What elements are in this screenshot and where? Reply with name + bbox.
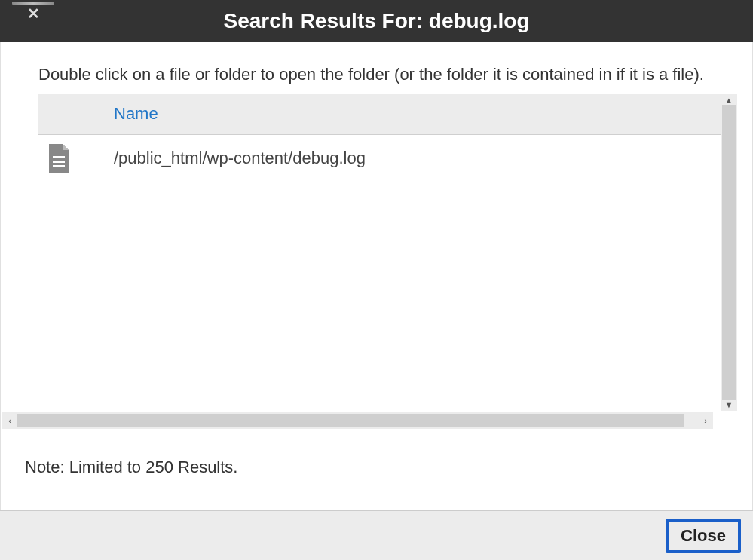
table-header-row: Name xyxy=(38,94,721,135)
results-scroll-container: Name /public_html/wp-content/debug.log xyxy=(38,94,737,411)
close-button[interactable]: Close xyxy=(666,519,741,553)
vertical-scroll-thumb[interactable] xyxy=(722,105,736,400)
close-icon: ✕ xyxy=(27,6,40,21)
svg-rect-1 xyxy=(53,161,65,163)
vertical-scrollbar[interactable]: ▲ ▼ xyxy=(721,94,737,411)
dialog-footer: Close xyxy=(0,510,753,560)
svg-rect-0 xyxy=(53,156,65,158)
titlebar-grip xyxy=(12,2,54,5)
result-path: /public_html/wp-content/debug.log xyxy=(114,148,366,168)
scroll-up-icon[interactable]: ▲ xyxy=(725,96,733,105)
scroll-left-icon[interactable]: ‹ xyxy=(2,416,17,425)
titlebar-close-button[interactable]: ✕ xyxy=(12,2,54,23)
dialog-content: Double click on a file or folder to open… xyxy=(0,42,753,510)
column-header-name[interactable]: Name xyxy=(114,104,158,124)
table-row[interactable]: /public_html/wp-content/debug.log xyxy=(38,135,721,182)
horizontal-scroll-track[interactable] xyxy=(17,412,698,429)
scroll-down-icon[interactable]: ▼ xyxy=(725,400,733,409)
instructions-text: Double click on a file or folder to open… xyxy=(38,63,745,87)
scroll-right-icon[interactable]: › xyxy=(698,416,713,425)
results-inner: Name /public_html/wp-content/debug.log xyxy=(38,94,721,411)
titlebar: ✕ Search Results For: debug.log xyxy=(0,0,753,42)
horizontal-scrollbar[interactable]: ‹ › xyxy=(2,412,713,429)
svg-rect-2 xyxy=(53,165,65,167)
horizontal-scroll-thumb[interactable] xyxy=(17,414,684,427)
file-icon xyxy=(46,144,70,173)
results-limit-note: Note: Limited to 250 Results. xyxy=(25,457,737,477)
results-area: Name /public_html/wp-content/debug.log xyxy=(38,94,737,502)
vertical-scroll-track[interactable] xyxy=(721,105,737,400)
dialog-title: Search Results For: debug.log xyxy=(8,9,745,33)
